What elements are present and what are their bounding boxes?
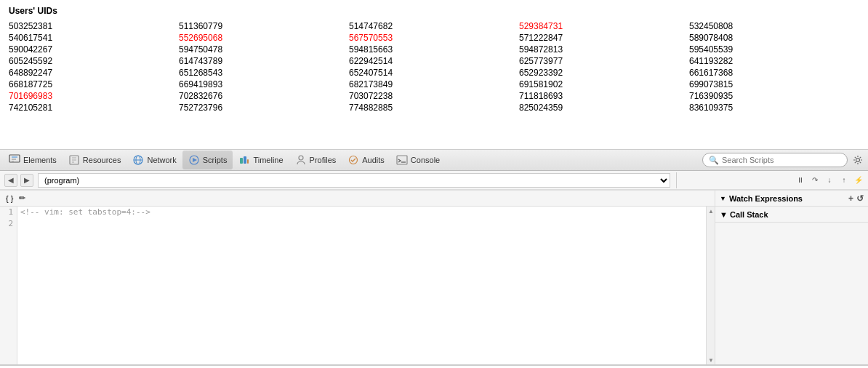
- table-row: 5900422675947504785948156635948728135954…: [9, 44, 859, 55]
- uid-cell: 651268543: [179, 67, 349, 79]
- uid-cell: 661617368: [689, 67, 859, 79]
- debugger-controls: ⏸ ↷ ↓ ↑ ⚡: [794, 174, 865, 187]
- svg-rect-14: [244, 156, 246, 164]
- table-row: 6681877256694198936821738496915819026990…: [9, 79, 859, 90]
- uid-cell: 825024359: [519, 102, 689, 113]
- svg-point-20: [856, 159, 860, 162]
- timeline-icon: [238, 154, 250, 166]
- call-stack-label: ▼ Call Stack: [720, 210, 768, 219]
- search-icon: 🔍: [709, 156, 719, 165]
- uid-cell: 514747682: [349, 20, 519, 32]
- line-numbers: 1 2: [0, 207, 17, 364]
- uid-cell: 702832676: [179, 90, 349, 102]
- code-line-1: <!-- vim: set tabstop=4:-->: [20, 207, 703, 218]
- uid-cell: 711818693: [519, 90, 689, 102]
- watch-expressions-header[interactable]: ▼ Watch Expressions + ↺: [715, 191, 868, 207]
- table-row: 7016969837028326767030722387118186937163…: [9, 90, 859, 102]
- nav-back-button[interactable]: ◀: [4, 174, 17, 187]
- uid-cell: 699073815: [689, 79, 859, 90]
- audits-icon: [347, 154, 359, 166]
- table-row: 5032523815113607795147476825293847315324…: [9, 20, 859, 32]
- main-content: Users' UIDs 5032523815113607795147476825…: [0, 0, 868, 149]
- table-row: 6488922476512685436524075146529233926616…: [9, 67, 859, 79]
- scroll-up[interactable]: ▲: [707, 207, 715, 215]
- uid-cell: 682173849: [349, 79, 519, 90]
- uid-cell: 590042267: [9, 44, 179, 55]
- separator: [676, 172, 682, 188]
- svg-marker-12: [193, 158, 197, 162]
- toolbar-timeline-label: Timeline: [253, 156, 283, 164]
- toolbar-elements-label: Elements: [23, 156, 57, 164]
- step-into-button[interactable]: ↓: [823, 174, 836, 187]
- devtools-body: { } ✏ 1 2 <!-- vim: set tabstop=4:--> ▲ …: [0, 190, 868, 364]
- uid-cell: 589078408: [689, 32, 859, 44]
- code-toolbar: { } ✏: [0, 191, 715, 207]
- nav-forward-button[interactable]: ▶: [20, 174, 33, 187]
- uid-cell: 511360779: [179, 20, 349, 32]
- code-editor[interactable]: <!-- vim: set tabstop=4:-->: [17, 207, 706, 364]
- toolbar-network[interactable]: Network: [126, 151, 182, 169]
- format-button[interactable]: { }: [3, 194, 16, 203]
- svg-point-17: [350, 156, 358, 164]
- edit-button[interactable]: ✏: [16, 193, 28, 203]
- toolbar-profiles[interactable]: Profiles: [289, 151, 342, 169]
- uid-cell: 716390935: [689, 90, 859, 102]
- console-area: <li>100001250797961</li> <li>10000151802…: [0, 364, 868, 368]
- scrollbar-vertical[interactable]: ▲ ▼: [706, 207, 715, 364]
- watch-expression-actions: + ↺: [848, 193, 864, 204]
- uid-cell: 622942514: [349, 55, 519, 67]
- svg-point-16: [299, 156, 303, 160]
- elements-icon: [9, 154, 20, 166]
- uid-cell: 668187725: [9, 79, 179, 90]
- watch-add-button[interactable]: +: [848, 193, 853, 204]
- step-out-button[interactable]: ↑: [837, 174, 851, 187]
- uid-cell: 625773977: [519, 55, 689, 67]
- toolbar-audits[interactable]: Audits: [342, 151, 390, 169]
- table-row: 7421052817527237967748828858250243598361…: [9, 102, 859, 113]
- step-over-button[interactable]: ↷: [808, 174, 821, 187]
- toolbar-console[interactable]: Console: [390, 151, 446, 169]
- line-num-1: 1: [0, 207, 15, 218]
- call-stack-header[interactable]: ▼ Call Stack: [715, 207, 868, 223]
- watch-refresh-button[interactable]: ↺: [856, 193, 864, 204]
- uid-cell: 605245592: [9, 55, 179, 67]
- table-row: 6052455926147437896229425146257739776411…: [9, 55, 859, 67]
- watch-expand-icon: ▼: [720, 195, 726, 202]
- uid-cell: 701696983: [9, 90, 179, 102]
- scripts-icon: [188, 154, 200, 166]
- network-icon: [132, 154, 144, 166]
- toolbar-profiles-label: Profiles: [310, 156, 337, 164]
- toolbar-resources-label: Resources: [83, 156, 121, 164]
- uid-cell: 594750478: [179, 44, 349, 55]
- uid-cell: 652923392: [519, 67, 689, 79]
- scroll-down[interactable]: ▼: [707, 356, 715, 364]
- script-selector[interactable]: (program): [38, 173, 670, 188]
- toolbar-timeline[interactable]: Timeline: [233, 151, 289, 169]
- uid-cell: 540617541: [9, 32, 179, 44]
- svg-rect-0: [9, 155, 20, 162]
- toolbar-console-label: Console: [411, 156, 440, 164]
- svg-rect-13: [240, 158, 243, 164]
- toolbar-scripts-label: Scripts: [203, 156, 228, 164]
- uid-cell: 529384731: [519, 20, 689, 32]
- uid-cell: 594815663: [349, 44, 519, 55]
- toolbar-audits-label: Audits: [362, 156, 385, 164]
- page-title: Users' UIDs: [9, 6, 859, 16]
- pause-button[interactable]: ⏸: [794, 174, 807, 187]
- uid-cell: 614743789: [179, 55, 349, 67]
- devtools-toolbar: Elements Resources Network Scripts Timel…: [0, 149, 868, 171]
- deactivate-breakpoints-button[interactable]: ⚡: [852, 174, 865, 187]
- toolbar-elements[interactable]: Elements: [3, 151, 63, 169]
- uid-cell: 669419893: [179, 79, 349, 90]
- toolbar-resources[interactable]: Resources: [63, 151, 127, 169]
- profiles-icon: [295, 154, 307, 166]
- uid-cell: 703072238: [349, 90, 519, 102]
- settings-button[interactable]: [851, 153, 865, 167]
- toolbar-scripts[interactable]: Scripts: [182, 151, 233, 169]
- uid-cell: 774882885: [349, 102, 519, 113]
- uid-cell: 742105281: [9, 102, 179, 113]
- uid-cell: 648892247: [9, 67, 179, 79]
- watch-expressions-label: Watch Expressions: [729, 194, 803, 203]
- search-scripts-input[interactable]: [722, 156, 838, 164]
- uid-cell: 571222847: [519, 32, 689, 44]
